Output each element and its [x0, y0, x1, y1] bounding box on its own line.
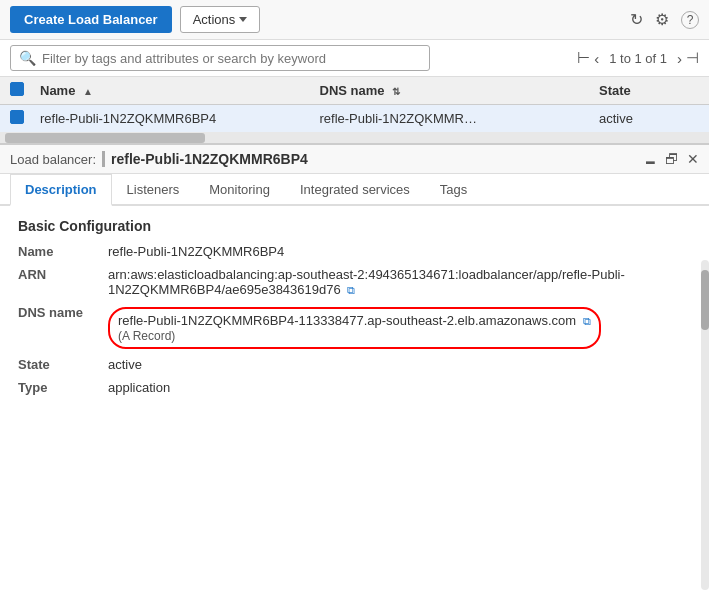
minimize-icon[interactable]: 🗕: [643, 151, 657, 167]
row-name: refle-Publi-1N2ZQKMMR6BP4: [40, 111, 320, 126]
sort-arrow-icon: ▲: [83, 86, 93, 97]
col-state: State: [599, 83, 699, 98]
lb-label: Load balancer:: [10, 152, 96, 167]
dns-label: DNS name: [18, 305, 108, 349]
detail-content: Basic Configuration Name refle-Publi-1N2…: [0, 206, 709, 415]
state-value: active: [108, 357, 691, 372]
dns-name-text: refle-Publi-1N2ZQKMMR6BP4-113338477.ap-s…: [118, 313, 576, 328]
tab-description[interactable]: Description: [10, 174, 112, 206]
search-icon: 🔍: [19, 50, 36, 66]
field-dns: DNS name refle-Publi-1N2ZQKMMR6BP4-11333…: [18, 305, 691, 349]
vertical-scrollbar[interactable]: [701, 260, 709, 590]
field-arn: ARN arn:aws:elasticloadbalancing:ap-sout…: [18, 267, 691, 297]
detail-panel: Load balancer: refle-Publi-1N2ZQKMMR6BP4…: [0, 143, 709, 415]
field-state: State active: [18, 357, 691, 372]
prev-page-icon[interactable]: ‹: [594, 50, 599, 67]
page-info: 1 to 1 of 1: [609, 51, 667, 66]
lb-name: refle-Publi-1N2ZQKMMR6BP4: [102, 151, 308, 167]
close-icon[interactable]: ✕: [687, 151, 699, 167]
tab-monitoring[interactable]: Monitoring: [194, 174, 285, 206]
arn-label: ARN: [18, 267, 108, 297]
last-page-icon[interactable]: ⊣: [686, 49, 699, 67]
a-record-text: (A Record): [118, 329, 175, 343]
actions-button[interactable]: Actions: [180, 6, 261, 33]
create-load-balancer-button[interactable]: Create Load Balancer: [10, 6, 172, 33]
dns-external-link-icon[interactable]: ⧉: [583, 315, 591, 327]
tab-tags[interactable]: Tags: [425, 174, 482, 206]
col-dns[interactable]: DNS name ⇅: [320, 83, 600, 98]
col-name[interactable]: Name ▲: [40, 83, 320, 98]
v-scroll-thumb[interactable]: [701, 270, 709, 330]
toolbar-icons: ↻ ⚙ ?: [630, 10, 699, 29]
filter-bar: 🔍 ⊢ ‹ 1 to 1 of 1 › ⊣: [0, 40, 709, 77]
tab-integrated-services[interactable]: Integrated services: [285, 174, 425, 206]
horizontal-scrollbar[interactable]: [0, 133, 709, 143]
row-dns: refle-Publi-1N2ZQKMMR…: [320, 111, 600, 126]
settings-icon[interactable]: ⚙: [655, 10, 669, 29]
help-icon[interactable]: ?: [681, 11, 699, 29]
sort-icon: ⇅: [392, 86, 400, 97]
section-title: Basic Configuration: [18, 218, 691, 234]
refresh-icon[interactable]: ↻: [630, 10, 643, 29]
table-header: Name ▲ DNS name ⇅ State: [0, 77, 709, 105]
h-scroll-thumb[interactable]: [5, 133, 205, 143]
dns-value: refle-Publi-1N2ZQKMMR6BP4-113338477.ap-s…: [108, 305, 691, 349]
field-name: Name refle-Publi-1N2ZQKMMR6BP4: [18, 244, 691, 259]
table-row[interactable]: refle-Publi-1N2ZQKMMR6BP4 refle-Publi-1N…: [0, 105, 709, 133]
field-type: Type application: [18, 380, 691, 395]
copy-icon[interactable]: ⧉: [347, 284, 355, 296]
arn-value: arn:aws:elasticloadbalancing:ap-southeas…: [108, 267, 691, 297]
row-checkbox[interactable]: [10, 110, 40, 127]
dns-highlight: refle-Publi-1N2ZQKMMR6BP4-113338477.ap-s…: [108, 307, 601, 349]
name-label: Name: [18, 244, 108, 259]
row-state: active: [599, 111, 699, 126]
actions-label: Actions: [193, 12, 236, 27]
tab-listeners[interactable]: Listeners: [112, 174, 195, 206]
search-input[interactable]: [42, 51, 421, 66]
name-value: refle-Publi-1N2ZQKMMR6BP4: [108, 244, 691, 259]
state-label: State: [18, 357, 108, 372]
detail-tabs: Description Listeners Monitoring Integra…: [0, 174, 709, 206]
next-page-icon[interactable]: ›: [677, 50, 682, 67]
toolbar: Create Load Balancer Actions ↻ ⚙ ?: [0, 0, 709, 40]
chevron-down-icon: [239, 17, 247, 22]
type-label: Type: [18, 380, 108, 395]
filter-input-wrap: 🔍: [10, 45, 430, 71]
type-value: application: [108, 380, 691, 395]
pagination: ⊢ ‹ 1 to 1 of 1 › ⊣: [577, 49, 699, 67]
restore-icon[interactable]: 🗗: [665, 151, 679, 167]
detail-header: Load balancer: refle-Publi-1N2ZQKMMR6BP4…: [0, 145, 709, 174]
first-page-icon[interactable]: ⊢: [577, 49, 590, 67]
select-all-checkbox[interactable]: [10, 82, 40, 99]
panel-controls: 🗕 🗗 ✕: [643, 151, 699, 167]
